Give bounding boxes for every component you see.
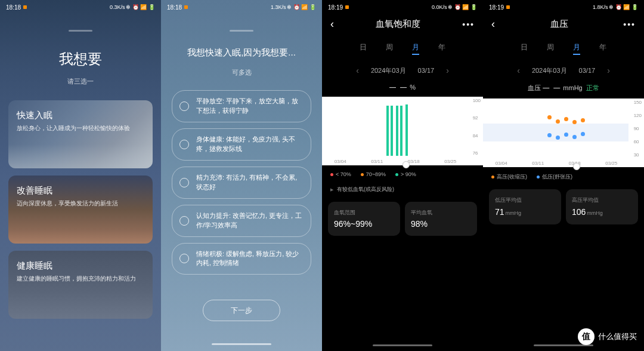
bp-legend: 高压(收缩压) 低压(舒张压): [483, 167, 644, 187]
bp-low-point: [564, 133, 568, 137]
status-normal: 正常: [586, 84, 599, 91]
bp-high-point: [556, 119, 560, 124]
legend-dot-icon: [395, 173, 398, 176]
screen-spo2: 18:19 0.0K/s✻ ⏰ 📶 🔋 ‹ 血氧饱和度 ••• 日 周 月 年 …: [322, 0, 483, 351]
spo2-chart[interactable]: 100928476 03/0403/1103/1803/25: [322, 97, 483, 165]
status-icons: ✻ ⏰ 📶 🔋: [126, 4, 155, 10]
bp-low-point: [581, 132, 585, 136]
date-day: 03/17: [579, 67, 596, 74]
record-indicator-icon: [23, 5, 27, 9]
status-time: 18:19: [328, 4, 343, 11]
back-icon[interactable]: ‹: [330, 18, 334, 30]
stat-high-avg[interactable]: 高压平均值106mmHg: [566, 189, 638, 224]
tab-day[interactable]: 日: [521, 42, 528, 55]
status-bar: 18:19 1.8K/s✻ ⏰ 📶 🔋: [483, 0, 644, 14]
status-time: 18:18: [6, 4, 21, 11]
tab-year[interactable]: 年: [438, 42, 445, 55]
tab-month[interactable]: 月: [573, 42, 580, 55]
option-text: 情绪积极: 缓解焦虑, 释放压力, 较少内耗, 控制情绪: [196, 250, 304, 269]
option-health[interactable]: 身体健康: 体能好，免疫力强, 头不疼，拯救发际线: [172, 128, 311, 161]
page-title: 血压: [550, 19, 568, 30]
bp-chart[interactable]: 150120906030 03/0403/1103/1803/25: [483, 98, 644, 167]
watermark-icon: 值: [578, 328, 595, 345]
card-title: 健康睡眠: [17, 260, 144, 272]
current-value: 血压 — — mmHg 正常: [483, 80, 644, 96]
radio-icon: [179, 140, 189, 149]
card-desc: 建立健康的睡眠习惯，拥抱充沛的精力和活力: [17, 275, 144, 283]
radio-icon: [179, 101, 189, 111]
home-indicator-icon[interactable]: [212, 343, 271, 345]
risk-indicator[interactable]: ▶有较低血氧(或高反风险): [322, 183, 483, 199]
stat-low-avg[interactable]: 低压平均值71mmHg: [489, 189, 561, 224]
stat-range[interactable]: 血氧范围96%~99%: [328, 202, 400, 236]
card-desc: 放松身心，让入睡成为一种轻松愉快的体验: [17, 124, 144, 133]
page-title: 血氧饱和度: [376, 19, 420, 30]
tab-day[interactable]: 日: [360, 42, 367, 55]
record-indicator-icon: [345, 5, 349, 9]
watermark: 值 什么值得买: [578, 328, 637, 345]
option-text: 精力充沛: 有活力, 有精神，不会累, 状态好: [196, 173, 304, 192]
date-day: 03/17: [418, 67, 435, 74]
date-month[interactable]: 2024年03月: [371, 66, 406, 75]
card-title: 改善睡眠: [17, 185, 144, 196]
drag-handle-icon[interactable]: [69, 30, 92, 32]
prev-icon[interactable]: ‹: [356, 66, 359, 75]
triangle-icon: ▶: [330, 187, 333, 192]
status-net: 0.3K/s: [110, 4, 125, 10]
bp-high-point: [581, 118, 585, 122]
legend-dot-icon: [361, 173, 364, 176]
prev-icon[interactable]: ‹: [517, 66, 520, 75]
status-icons: ✻ ⏰ 📶 🔋: [448, 4, 477, 10]
option-energy[interactable]: 精力充沛: 有活力, 有精神，不会累, 状态好: [172, 167, 311, 199]
period-tabs: 日 周 月 年: [483, 36, 644, 61]
home-indicator-icon[interactable]: [373, 344, 432, 346]
screen-bp: 18:19 1.8K/s✻ ⏰ 📶 🔋 ‹ 血压 ••• 日 周 月 年 ‹ 2…: [483, 0, 644, 351]
legend-dot-icon: [330, 173, 333, 176]
date-month[interactable]: 2024年03月: [532, 66, 567, 75]
drag-handle-icon[interactable]: [230, 30, 253, 32]
card-fast-sleep[interactable]: 快速入眠 放松身心，让入睡成为一种轻松愉快的体验: [8, 100, 153, 168]
back-icon[interactable]: ‹: [491, 18, 495, 30]
spo2-legend: < 70% 70~89% > 90%: [322, 165, 483, 183]
chart-slider-handle[interactable]: [402, 161, 410, 168]
option-text: 身体健康: 体能好，免疫力强, 头不疼，拯救发际线: [196, 135, 304, 154]
tab-week[interactable]: 周: [547, 42, 554, 55]
option-emotion[interactable]: 情绪积极: 缓解焦虑, 释放压力, 较少内耗, 控制情绪: [172, 243, 311, 275]
option-text: 平静放空: 平静下来，放空大脑，放下想法，获得宁静: [196, 97, 304, 116]
card-healthy-sleep[interactable]: 健康睡眠 建立健康的睡眠习惯，拥抱充沛的精力和活力: [8, 251, 153, 319]
status-bar: 18:19 0.0K/s✻ ⏰ 📶 🔋: [322, 0, 483, 14]
bp-high-point: [564, 117, 568, 121]
status-icons: ✻ ⏰ 📶 🔋: [287, 4, 316, 10]
screen-sleep-reason: 18:18 1.3K/s✻ ⏰ 📶 🔋 我想快速入眠,因为我想要... 可多选 …: [161, 0, 322, 351]
next-button[interactable]: 下一步: [203, 300, 280, 321]
bp-low-point: [556, 136, 560, 140]
tab-week[interactable]: 周: [386, 42, 393, 55]
tab-month[interactable]: 月: [412, 42, 419, 55]
next-icon[interactable]: ›: [446, 66, 449, 75]
next-icon[interactable]: ›: [607, 66, 610, 75]
bp-low-point: [547, 133, 552, 137]
card-desc: 迈向深度休息，享受焕发活力的新生活: [17, 199, 144, 208]
stat-avg[interactable]: 平均血氧98%: [405, 202, 477, 236]
stats-row: 低压平均值71mmHg 高压平均值106mmHg: [483, 187, 644, 227]
tab-year[interactable]: 年: [599, 42, 606, 55]
bp-low-point: [572, 135, 577, 139]
option-cognition[interactable]: 认知力提升: 改善记忆力, 更专注，工作/学习效率高: [172, 205, 311, 237]
more-icon[interactable]: •••: [623, 20, 636, 29]
more-icon[interactable]: •••: [462, 20, 475, 29]
status-time: 18:18: [167, 4, 182, 11]
card-improve-sleep[interactable]: 改善睡眠 迈向深度休息，享受焕发活力的新生活: [8, 176, 153, 244]
chart-bars: [386, 101, 408, 156]
status-time: 18:19: [489, 4, 504, 11]
legend-dot-icon: [491, 176, 494, 178]
screen-sleep-goal: 18:18 0.3K/s✻ ⏰ 📶 🔋 我想要 请三选一 快速入眠 放松身心，让…: [0, 0, 161, 351]
date-navigator: ‹ 2024年03月 03/17 ›: [483, 61, 644, 80]
current-value: — — %: [322, 80, 483, 94]
x-axis: 03/0403/1103/1803/25: [483, 161, 644, 166]
status-net: 0.0K/s: [432, 4, 447, 10]
card-title: 快速入眠: [17, 110, 144, 121]
option-text: 认知力提升: 改善记忆力, 更专注，工作/学习效率高: [196, 211, 304, 230]
option-calm[interactable]: 平静放空: 平静下来，放空大脑，放下想法，获得宁静: [172, 90, 311, 122]
radio-icon: [179, 216, 189, 226]
date-navigator: ‹ 2024年03月 03/17 ›: [322, 61, 483, 80]
